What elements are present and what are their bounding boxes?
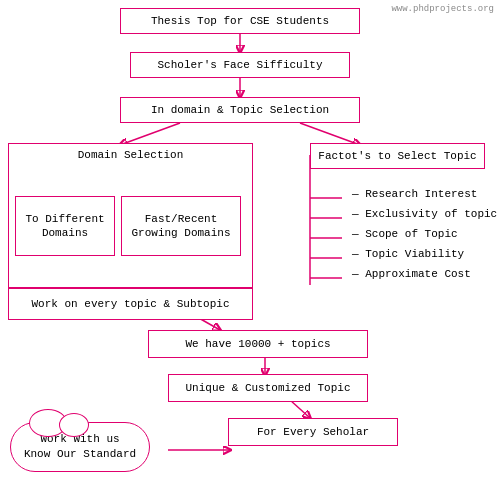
domain-topic-box: In domain & Topic Selection	[120, 97, 360, 123]
have-10000-box: We have 10000 + topics	[148, 330, 368, 358]
factor-exclusivity: — Exclusivity of topic	[352, 208, 497, 220]
domain-selection-label: Domain Selection	[15, 148, 246, 162]
factor-cost: — Approximate Cost	[352, 268, 471, 280]
watermark: www.phdprojects.org	[391, 4, 494, 14]
factor-scope: — Scope of Topic	[352, 228, 458, 240]
for-every-box: For Every Seholar	[228, 418, 398, 446]
to-different-box: To Different Domains	[15, 196, 115, 256]
factor-viability: — Topic Viability	[352, 248, 464, 260]
svg-line-3	[300, 123, 360, 145]
diagram-container: www.phdprojects.org	[0, 0, 500, 500]
unique-box: Unique & Customized Topic	[168, 374, 368, 402]
thesis-box: Thesis Top for CSE Students	[120, 8, 360, 34]
factor-research: — Research Interest	[352, 188, 477, 200]
domain-selection-box: Domain Selection To Different Domains Fa…	[8, 143, 253, 288]
scholar-box: Scholer's Face Sifficulty	[130, 52, 350, 78]
cloud-work-with: Work With us Know Our Standard	[10, 422, 150, 472]
fast-recent-box: Fast/Recent Growing Domains	[121, 196, 241, 256]
work-on-box: Work on every topic & Subtopic	[8, 288, 253, 320]
factors-box: Factot's to Select Topic	[310, 143, 485, 169]
svg-line-2	[120, 123, 180, 145]
svg-line-14	[290, 400, 310, 418]
